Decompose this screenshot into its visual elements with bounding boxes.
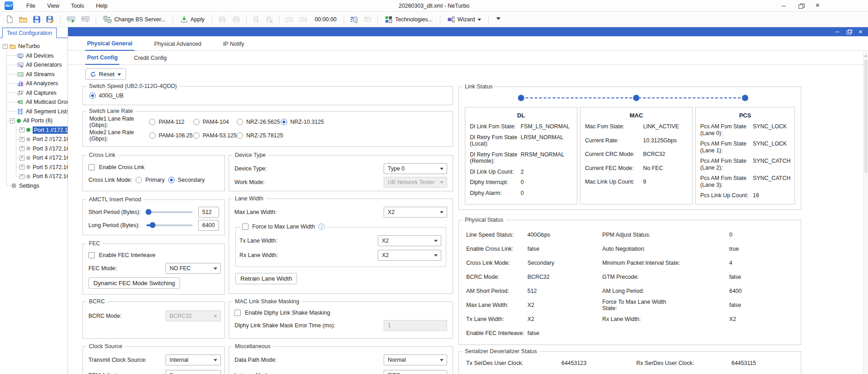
radio-pam4-112[interactable]: PAM4-112 <box>149 119 193 125</box>
window-close-button[interactable] <box>815 3 821 9</box>
print-back-button[interactable] <box>230 14 243 25</box>
expand-expander-icon[interactable] <box>20 146 24 151</box>
enable-fec-interleave-checkbox[interactable] <box>88 252 95 258</box>
radio-secondary[interactable]: Secondary <box>168 177 205 183</box>
stream-stop-button[interactable]: 0110 <box>297 14 310 25</box>
radio-icon[interactable] <box>193 132 200 139</box>
sidebar-item-all-multicast-groups[interactable]: All Multicast Grou <box>0 97 68 107</box>
slider-handle[interactable] <box>146 209 151 215</box>
sidebar-item-all-streams[interactable]: 0110 All Streams <box>0 70 68 79</box>
device-type-dropdown[interactable]: Type 0 <box>384 163 447 174</box>
technologies-button[interactable]: Technologies... <box>381 14 436 25</box>
sidebar-item-all-generators[interactable]: 011 All Generators <box>0 60 68 70</box>
dynamic-fec-mode-switching-button[interactable]: Dynamic FEC Mode Switching <box>88 277 180 289</box>
radio-400g-ub[interactable]: 400G_UB <box>89 92 123 99</box>
vertical-scrollbar[interactable]: ▲ <box>863 52 868 374</box>
radio-icon[interactable] <box>237 119 243 125</box>
radio-icon[interactable] <box>89 92 96 99</box>
slider-handle[interactable] <box>150 222 156 228</box>
connect-device-button[interactable] <box>64 14 78 25</box>
enable-cross-link-checkbox[interactable] <box>88 164 95 170</box>
change-bs-server-button[interactable]: Change BS Server... <box>100 14 169 25</box>
tab-ip-notify[interactable]: IP Notify <box>221 41 246 50</box>
ppm-adjust-input[interactable]: 0 <box>166 370 221 374</box>
sidebar-item-settings[interactable]: Settings <box>0 181 68 191</box>
sidebar-item-all-segment-lists[interactable]: All Segment Lists <box>0 107 68 117</box>
expand-expander-icon[interactable] <box>20 174 24 179</box>
new-file-button[interactable] <box>4 14 15 25</box>
sidebar-item-all-analyzers[interactable]: All Analyzers <box>0 79 68 88</box>
latency-mode-dropdown[interactable]: FIFO <box>384 370 447 374</box>
sidebar-item-all-captures[interactable]: All Captures <box>0 88 68 98</box>
sidebar-item-all-devices[interactable]: All Devices <box>0 51 68 61</box>
capture-start-button[interactable] <box>348 14 360 25</box>
fec-mode-dropdown[interactable]: NO FEC <box>166 263 221 274</box>
radio-nrz-26[interactable]: NRZ-26.5625 <box>237 119 281 125</box>
enable-dlphy-link-shake-masking-checkbox[interactable] <box>234 310 241 316</box>
segment-stop-button[interactable] <box>263 14 275 25</box>
wizard-button[interactable]: Wizard <box>444 14 485 25</box>
tab-physical-general[interactable]: Physical General <box>85 40 134 51</box>
sidebar-item-all-ports[interactable]: All Ports (6) <box>0 116 68 126</box>
segment-run-button[interactable] <box>250 14 262 25</box>
radio-icon[interactable] <box>237 132 243 139</box>
radio-icon[interactable] <box>149 132 156 139</box>
scroll-up-arrow-icon[interactable]: ▲ <box>864 54 868 57</box>
menu-file[interactable]: File <box>21 1 40 10</box>
tab-physical-advanced[interactable]: Physical Advanced <box>152 41 203 50</box>
expand-expander-icon[interactable] <box>20 137 24 142</box>
menu-help[interactable]: Help <box>91 1 112 10</box>
sidebar-item-port-2[interactable]: Port 2 //172.16. <box>0 135 68 144</box>
stream-run-button[interactable]: 0110 <box>283 14 296 25</box>
sidebar-item-port-5[interactable]: Port 5 //172.16. <box>0 163 68 172</box>
sidebar-item-port-3[interactable]: Port 3 //172.16. <box>0 144 68 154</box>
tab-test-configuration[interactable]: Test Configuration <box>2 28 57 38</box>
long-period-slider[interactable] <box>146 224 193 226</box>
save-button[interactable] <box>31 14 43 25</box>
rx-lane-width-dropdown[interactable]: X2 <box>378 250 441 261</box>
tree-item-neturbo[interactable]: NeTurbo <box>0 42 68 51</box>
collapse-expander-icon[interactable] <box>3 44 8 49</box>
long-period-input[interactable]: 6400 <box>198 220 219 231</box>
tab-credit-config[interactable]: Credit Config <box>132 55 168 64</box>
radio-pam4-106[interactable]: PAM4-106.25 <box>149 132 193 139</box>
menu-tools[interactable]: Tools <box>66 1 89 10</box>
short-period-slider[interactable] <box>146 211 193 213</box>
short-period-input[interactable]: 512 <box>198 207 219 218</box>
radio-icon[interactable] <box>149 119 156 125</box>
radio-pam4-104[interactable]: PAM4-104 <box>193 119 237 125</box>
mdi-close-button[interactable] <box>858 29 863 34</box>
transmit-clock-source-dropdown[interactable]: Internal <box>166 355 221 365</box>
force-max-lane-width-checkbox[interactable] <box>242 223 249 230</box>
max-lane-width-dropdown[interactable]: X2 <box>384 207 447 218</box>
mdi-minimize-button[interactable] <box>835 29 840 34</box>
data-path-mode-dropdown[interactable]: Normal <box>384 355 447 365</box>
toolbar-overflow-button[interactable] <box>493 14 504 25</box>
sidebar-item-port-4[interactable]: Port 4 //172.16. <box>0 153 68 163</box>
radio-icon[interactable] <box>281 119 287 125</box>
collapse-expander-icon[interactable] <box>10 118 15 123</box>
radio-primary[interactable]: Primary <box>136 177 165 183</box>
save-as-button[interactable] <box>44 14 57 25</box>
tab-port-config[interactable]: Port Config <box>85 54 119 65</box>
retrain-lane-width-button[interactable]: Retrain Lane Width <box>235 273 297 284</box>
tx-lane-width-dropdown[interactable]: X2 <box>378 235 441 246</box>
capture-stop-button[interactable] <box>361 14 374 25</box>
radio-icon[interactable] <box>168 177 175 183</box>
apply-button[interactable]: Apply <box>177 14 208 25</box>
radio-icon[interactable] <box>136 177 142 183</box>
menu-view[interactable]: View <box>42 1 64 10</box>
expand-expander-icon[interactable] <box>20 155 24 160</box>
mdi-restore-button[interactable] <box>847 29 852 34</box>
radio-pam4-53[interactable]: PAM4-53.125 <box>193 132 237 139</box>
window-restore-button[interactable] <box>798 3 804 9</box>
radio-nrz-10[interactable]: NRZ-10.3125 <box>281 119 324 125</box>
sidebar-item-port-1[interactable]: Port 1 //172.16. <box>0 126 68 135</box>
sidebar-item-port-6[interactable]: Port 6 //172.16. <box>0 172 68 181</box>
print-forward-button[interactable] <box>216 14 229 25</box>
radio-icon[interactable] <box>193 119 200 125</box>
radio-nrz-25[interactable]: NRZ-25.78125 <box>237 132 283 139</box>
scrollbar-thumb[interactable] <box>864 60 868 173</box>
window-minimize-button[interactable] <box>781 3 786 9</box>
disconnect-device-button[interactable] <box>79 14 92 25</box>
